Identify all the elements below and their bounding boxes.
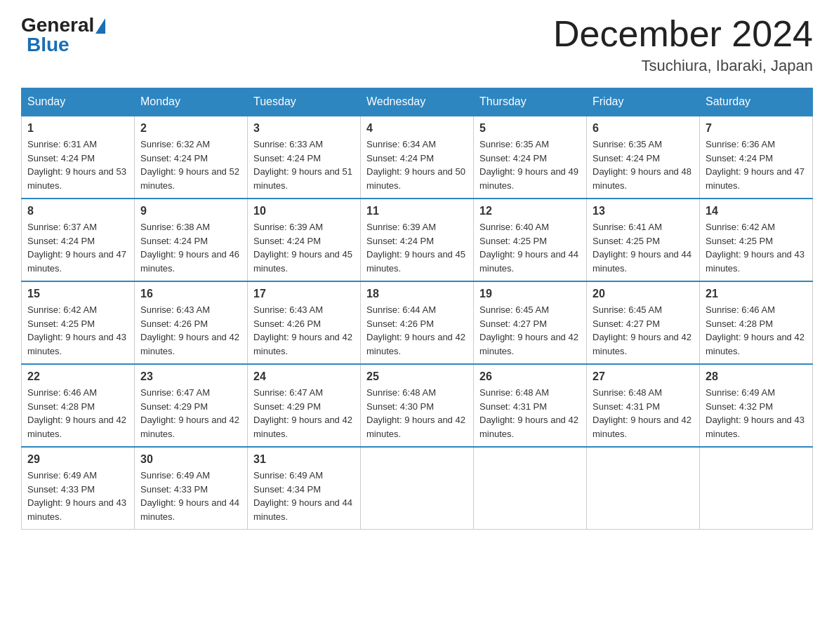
day-number: 8 [27, 205, 128, 217]
calendar-day-cell: 23 Sunrise: 6:47 AMSunset: 4:29 PMDaylig… [135, 364, 248, 447]
calendar-day-cell: 30 Sunrise: 6:49 AMSunset: 4:33 PMDaylig… [135, 447, 248, 530]
calendar-day-cell: 18 Sunrise: 6:44 AMSunset: 4:26 PMDaylig… [361, 281, 474, 364]
day-info: Sunrise: 6:46 AMSunset: 4:28 PMDaylight:… [27, 387, 126, 439]
day-number: 24 [253, 370, 355, 383]
day-info: Sunrise: 6:47 AMSunset: 4:29 PMDaylight:… [253, 387, 352, 439]
day-info: Sunrise: 6:44 AMSunset: 4:26 PMDaylight:… [366, 304, 465, 356]
calendar-day-cell: 1 Sunrise: 6:31 AMSunset: 4:24 PMDayligh… [22, 116, 135, 199]
calendar-week-row: 8 Sunrise: 6:37 AMSunset: 4:24 PMDayligh… [22, 199, 813, 281]
logo-triangle-icon [95, 18, 105, 34]
day-info: Sunrise: 6:41 AMSunset: 4:25 PMDaylight:… [593, 222, 691, 274]
calendar-day-cell: 6 Sunrise: 6:35 AMSunset: 4:24 PMDayligh… [587, 116, 700, 199]
day-number: 22 [27, 370, 128, 383]
header-saturday: Saturday [700, 88, 813, 116]
day-number: 1 [27, 122, 128, 135]
empty-day-cell [587, 447, 700, 530]
calendar-week-row: 1 Sunrise: 6:31 AMSunset: 4:24 PMDayligh… [22, 116, 813, 199]
empty-day-cell [700, 447, 813, 530]
day-info: Sunrise: 6:43 AMSunset: 4:26 PMDaylight:… [253, 304, 352, 356]
calendar-day-cell: 24 Sunrise: 6:47 AMSunset: 4:29 PMDaylig… [248, 364, 361, 447]
day-number: 25 [366, 370, 468, 383]
day-number: 2 [140, 122, 241, 135]
calendar-week-row: 15 Sunrise: 6:42 AMSunset: 4:25 PMDaylig… [22, 281, 813, 364]
calendar-day-cell: 31 Sunrise: 6:49 AMSunset: 4:34 PMDaylig… [248, 447, 361, 530]
empty-day-cell [361, 447, 474, 530]
calendar-day-cell: 14 Sunrise: 6:42 AMSunset: 4:25 PMDaylig… [700, 199, 813, 281]
day-number: 17 [253, 288, 355, 300]
location-title: Tsuchiura, Ibaraki, Japan [553, 57, 813, 75]
day-number: 6 [593, 122, 694, 135]
calendar-day-cell: 12 Sunrise: 6:40 AMSunset: 4:25 PMDaylig… [474, 199, 587, 281]
calendar-day-cell: 20 Sunrise: 6:45 AMSunset: 4:27 PMDaylig… [587, 281, 700, 364]
day-info: Sunrise: 6:43 AMSunset: 4:26 PMDaylight:… [140, 304, 239, 356]
header-monday: Monday [135, 88, 248, 116]
day-number: 23 [140, 370, 241, 383]
day-info: Sunrise: 6:39 AMSunset: 4:24 PMDaylight:… [366, 222, 465, 274]
empty-day-cell [474, 447, 587, 530]
calendar-day-cell: 17 Sunrise: 6:43 AMSunset: 4:26 PMDaylig… [248, 281, 361, 364]
calendar-week-row: 29 Sunrise: 6:49 AMSunset: 4:33 PMDaylig… [22, 447, 813, 530]
day-number: 5 [479, 122, 581, 135]
calendar-day-cell: 5 Sunrise: 6:35 AMSunset: 4:24 PMDayligh… [474, 116, 587, 199]
day-number: 27 [593, 370, 694, 383]
day-number: 21 [706, 288, 807, 300]
calendar-day-cell: 2 Sunrise: 6:32 AMSunset: 4:24 PMDayligh… [135, 116, 248, 199]
calendar-day-cell: 10 Sunrise: 6:39 AMSunset: 4:24 PMDaylig… [248, 199, 361, 281]
day-info: Sunrise: 6:48 AMSunset: 4:31 PMDaylight:… [593, 387, 691, 439]
day-info: Sunrise: 6:36 AMSunset: 4:24 PMDaylight:… [706, 139, 805, 191]
day-info: Sunrise: 6:34 AMSunset: 4:24 PMDaylight:… [366, 139, 465, 191]
calendar-day-cell: 27 Sunrise: 6:48 AMSunset: 4:31 PMDaylig… [587, 364, 700, 447]
calendar-table: SundayMondayTuesdayWednesdayThursdayFrid… [21, 88, 813, 530]
day-info: Sunrise: 6:33 AMSunset: 4:24 PMDaylight:… [253, 139, 352, 191]
title-area: December 2024 Tsuchiura, Ibaraki, Japan [553, 14, 813, 75]
day-info: Sunrise: 6:42 AMSunset: 4:25 PMDaylight:… [27, 304, 126, 356]
day-number: 12 [479, 205, 581, 217]
day-info: Sunrise: 6:42 AMSunset: 4:25 PMDaylight:… [706, 222, 805, 274]
day-info: Sunrise: 6:37 AMSunset: 4:24 PMDaylight:… [27, 222, 126, 274]
calendar-day-cell: 15 Sunrise: 6:42 AMSunset: 4:25 PMDaylig… [22, 281, 135, 364]
day-info: Sunrise: 6:35 AMSunset: 4:24 PMDaylight:… [593, 139, 691, 191]
month-title: December 2024 [553, 14, 813, 54]
day-number: 10 [253, 205, 355, 217]
calendar-day-cell: 25 Sunrise: 6:48 AMSunset: 4:30 PMDaylig… [361, 364, 474, 447]
calendar-week-row: 22 Sunrise: 6:46 AMSunset: 4:28 PMDaylig… [22, 364, 813, 447]
day-info: Sunrise: 6:35 AMSunset: 4:24 PMDaylight:… [479, 139, 578, 191]
calendar-day-cell: 26 Sunrise: 6:48 AMSunset: 4:31 PMDaylig… [474, 364, 587, 447]
calendar-day-cell: 3 Sunrise: 6:33 AMSunset: 4:24 PMDayligh… [248, 116, 361, 199]
calendar-header-row: SundayMondayTuesdayWednesdayThursdayFrid… [22, 88, 813, 116]
day-number: 15 [27, 288, 128, 300]
calendar-day-cell: 11 Sunrise: 6:39 AMSunset: 4:24 PMDaylig… [361, 199, 474, 281]
day-number: 19 [479, 288, 581, 300]
day-number: 7 [706, 122, 807, 135]
day-number: 29 [27, 453, 128, 466]
day-info: Sunrise: 6:31 AMSunset: 4:24 PMDaylight:… [27, 139, 126, 191]
calendar-day-cell: 7 Sunrise: 6:36 AMSunset: 4:24 PMDayligh… [700, 116, 813, 199]
day-info: Sunrise: 6:49 AMSunset: 4:34 PMDaylight:… [253, 470, 352, 522]
day-number: 11 [366, 205, 468, 217]
logo-blue-text: Blue [27, 34, 70, 55]
header-wednesday: Wednesday [361, 88, 474, 116]
header-tuesday: Tuesday [248, 88, 361, 116]
calendar-day-cell: 29 Sunrise: 6:49 AMSunset: 4:33 PMDaylig… [22, 447, 135, 530]
day-info: Sunrise: 6:48 AMSunset: 4:31 PMDaylight:… [479, 387, 578, 439]
day-number: 4 [366, 122, 468, 135]
header-thursday: Thursday [474, 88, 587, 116]
header-friday: Friday [587, 88, 700, 116]
calendar-day-cell: 16 Sunrise: 6:43 AMSunset: 4:26 PMDaylig… [135, 281, 248, 364]
day-number: 28 [706, 370, 807, 383]
day-info: Sunrise: 6:48 AMSunset: 4:30 PMDaylight:… [366, 387, 465, 439]
day-number: 13 [593, 205, 694, 217]
page-header: General Blue December 2024 Tsuchiura, Ib… [21, 14, 813, 75]
day-number: 18 [366, 288, 468, 300]
day-number: 9 [140, 205, 241, 217]
calendar-day-cell: 28 Sunrise: 6:49 AMSunset: 4:32 PMDaylig… [700, 364, 813, 447]
day-number: 30 [140, 453, 241, 466]
day-info: Sunrise: 6:49 AMSunset: 4:33 PMDaylight:… [140, 470, 239, 522]
day-info: Sunrise: 6:40 AMSunset: 4:25 PMDaylight:… [479, 222, 578, 274]
day-info: Sunrise: 6:32 AMSunset: 4:24 PMDaylight:… [140, 139, 239, 191]
day-number: 14 [706, 205, 807, 217]
day-info: Sunrise: 6:49 AMSunset: 4:33 PMDaylight:… [27, 470, 126, 522]
day-info: Sunrise: 6:46 AMSunset: 4:28 PMDaylight:… [706, 304, 805, 356]
header-sunday: Sunday [22, 88, 135, 116]
day-info: Sunrise: 6:38 AMSunset: 4:24 PMDaylight:… [140, 222, 239, 274]
